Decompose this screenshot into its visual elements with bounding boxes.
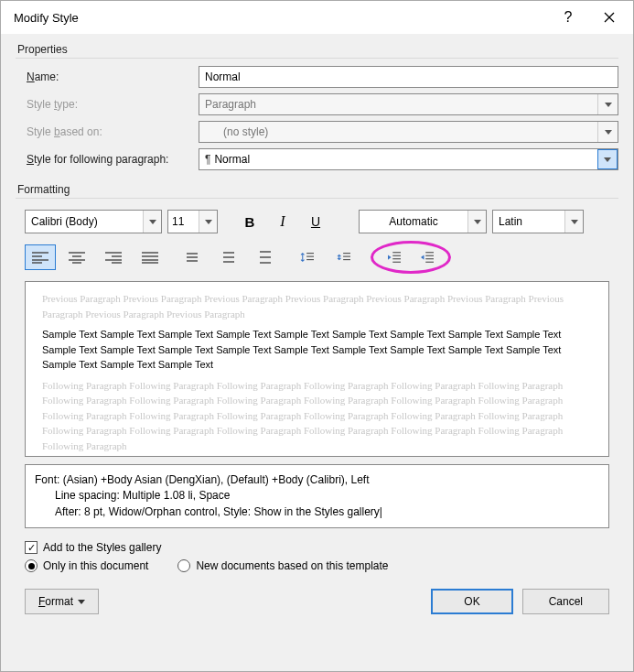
decrease-para-spacing-button[interactable] [328,244,360,270]
font-size-combo[interactable]: 11 [167,210,218,233]
preview-previous: Previous Paragraph Previous Paragraph Pr… [42,291,592,321]
script-combo[interactable]: Latin [492,210,584,233]
name-label: Name: [16,70,199,83]
preview-sample: Sample Text Sample Text Sample Text Samp… [42,327,592,373]
properties-header: Properties [16,39,618,59]
increase-para-spacing-button[interactable] [292,244,323,270]
chevron-down-icon[interactable] [467,211,486,233]
align-right-button[interactable] [98,244,129,270]
help-button[interactable]: ? [554,9,582,26]
style-type-label: Style type: [16,98,199,111]
cancel-button[interactable]: Cancel [522,589,609,614]
style-based-label: Style based on: [16,125,199,138]
chevron-down-icon[interactable] [564,211,583,233]
desc-line3: After: 8 pt, Widow/Orphan control, Style… [35,504,599,520]
chevron-down-icon[interactable] [597,149,618,169]
align-justify-button[interactable] [134,244,166,270]
align-left-button[interactable] [25,244,56,270]
chevron-down-icon [597,122,618,142]
title-bar: Modify Style ? [1,1,633,34]
pilcrow-icon: ¶ [205,153,210,166]
format-button[interactable]: Format [25,589,99,614]
style-type-combo: Paragraph [199,93,618,115]
ok-button[interactable]: OK [431,589,512,614]
spacing-1.5-button[interactable] [213,244,244,270]
bold-button[interactable]: B [236,210,263,233]
modify-style-dialog: Modify Style ? Properties Name: Normal S… [0,0,634,672]
only-document-radio[interactable] [25,559,38,572]
desc-line1: Font: (Asian) +Body Asian (DengXian), (D… [35,473,370,486]
dropdown-icon [78,600,85,604]
align-center-button[interactable] [61,244,92,270]
underline-button[interactable]: U [302,210,329,233]
font-color-combo[interactable]: Automatic [359,210,487,233]
increase-indent-button[interactable] [412,244,443,270]
description-panel: Font: (Asian) +Body Asian (DengXian), (D… [25,464,609,528]
following-label: Style for following paragraph: [16,153,199,166]
new-documents-label: New documents based on this template [196,559,388,572]
indent-highlight [371,241,451,274]
chevron-down-icon[interactable] [143,211,161,233]
spacing-1-button[interactable] [177,244,208,270]
dialog-title: Modify Style [14,11,79,25]
new-documents-radio[interactable] [177,559,190,572]
decrease-indent-button[interactable] [379,244,410,270]
formatting-header: Formatting [16,179,618,199]
spacing-2-button[interactable] [250,244,281,270]
following-combo[interactable]: ¶Normal [199,148,618,170]
only-document-label: Only in this document [43,559,148,572]
name-input[interactable]: Normal [199,66,618,88]
preview-following: Following Paragraph Following Paragraph … [42,378,592,454]
preview-panel: Previous Paragraph Previous Paragraph Pr… [25,281,609,457]
style-based-combo: (no style) [199,121,618,143]
italic-button[interactable]: I [269,210,296,233]
desc-line2: Line spacing: Multiple 1.08 li, Space [35,488,599,504]
add-gallery-label: Add to the Styles gallery [43,541,161,554]
font-name-combo[interactable]: Calibri (Body) [25,210,162,233]
chevron-down-icon [597,94,618,114]
close-button[interactable] [591,4,628,31]
chevron-down-icon[interactable] [199,211,217,233]
add-gallery-checkbox[interactable]: ✓ [25,541,38,554]
